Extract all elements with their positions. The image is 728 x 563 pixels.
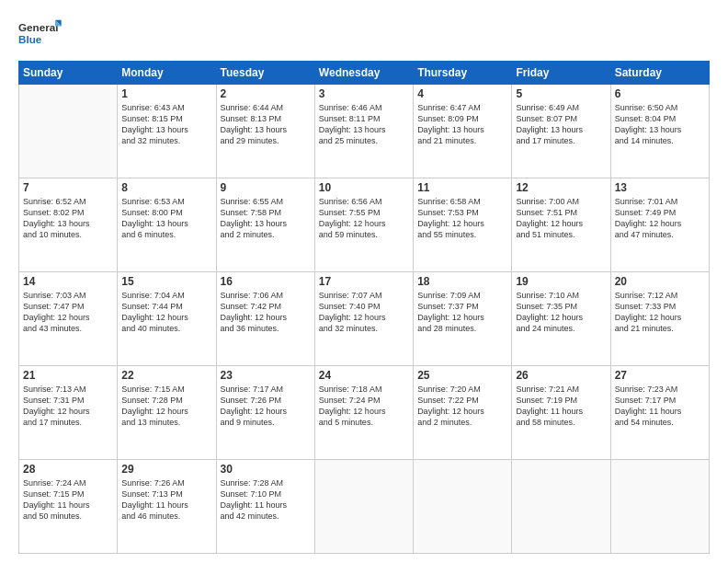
day-number: 29 (121, 463, 211, 476)
day-number: 11 (417, 181, 507, 194)
day-header-wednesday: Wednesday (314, 62, 413, 85)
day-info: Sunrise: 6:56 AM Sunset: 7:55 PM Dayligh… (319, 196, 409, 241)
week-row-2: 7Sunrise: 6:52 AM Sunset: 8:02 PM Daylig… (19, 178, 710, 272)
page-container: General Blue SundayMondayTuesdayWednesda… (0, 0, 728, 563)
day-number: 15 (121, 275, 211, 288)
calendar-cell: 12Sunrise: 7:00 AM Sunset: 7:51 PM Dayli… (512, 178, 610, 272)
day-number: 19 (516, 275, 606, 288)
calendar-table: SundayMondayTuesdayWednesdayThursdayFrid… (18, 61, 710, 554)
day-header-saturday: Saturday (610, 62, 709, 85)
calendar-cell: 27Sunrise: 7:23 AM Sunset: 7:17 PM Dayli… (610, 366, 709, 460)
day-info: Sunrise: 7:06 AM Sunset: 7:42 PM Dayligh… (221, 290, 311, 335)
day-number: 25 (417, 369, 507, 382)
calendar-cell: 2Sunrise: 6:44 AM Sunset: 8:13 PM Daylig… (216, 85, 314, 178)
day-info: Sunrise: 6:55 AM Sunset: 7:58 PM Dayligh… (221, 196, 311, 241)
day-header-monday: Monday (118, 62, 216, 85)
day-info: Sunrise: 7:00 AM Sunset: 7:51 PM Dayligh… (516, 196, 606, 241)
svg-text:General: General (18, 21, 58, 33)
calendar-cell (19, 85, 118, 178)
calendar-cell: 14Sunrise: 7:03 AM Sunset: 7:47 PM Dayli… (19, 272, 118, 366)
day-number: 3 (319, 87, 409, 100)
logo: General Blue (18, 15, 64, 52)
calendar-cell: 25Sunrise: 7:20 AM Sunset: 7:22 PM Dayli… (414, 366, 512, 460)
calendar-cell: 16Sunrise: 7:06 AM Sunset: 7:42 PM Dayli… (216, 272, 314, 366)
day-info: Sunrise: 7:15 AM Sunset: 7:28 PM Dayligh… (121, 384, 211, 429)
day-number: 26 (516, 369, 606, 382)
calendar-cell: 5Sunrise: 6:49 AM Sunset: 8:07 PM Daylig… (512, 85, 610, 178)
week-row-4: 21Sunrise: 7:13 AM Sunset: 7:31 PM Dayli… (19, 366, 710, 460)
day-info: Sunrise: 7:18 AM Sunset: 7:24 PM Dayligh… (319, 384, 409, 429)
day-info: Sunrise: 7:09 AM Sunset: 7:37 PM Dayligh… (417, 290, 507, 335)
day-info: Sunrise: 6:47 AM Sunset: 8:09 PM Dayligh… (417, 102, 507, 147)
day-info: Sunrise: 7:17 AM Sunset: 7:26 PM Dayligh… (221, 384, 311, 429)
day-number: 1 (121, 87, 211, 100)
svg-text:Blue: Blue (18, 33, 42, 45)
day-info: Sunrise: 6:52 AM Sunset: 8:02 PM Dayligh… (23, 196, 113, 241)
calendar-cell: 28Sunrise: 7:24 AM Sunset: 7:15 PM Dayli… (19, 460, 118, 554)
day-number: 7 (23, 181, 113, 194)
day-number: 13 (615, 181, 705, 194)
calendar-cell: 30Sunrise: 7:28 AM Sunset: 7:10 PM Dayli… (216, 460, 314, 554)
day-header-friday: Friday (512, 62, 610, 85)
day-info: Sunrise: 6:58 AM Sunset: 7:53 PM Dayligh… (417, 196, 507, 241)
day-info: Sunrise: 6:50 AM Sunset: 8:04 PM Dayligh… (615, 102, 705, 147)
day-info: Sunrise: 7:07 AM Sunset: 7:40 PM Dayligh… (319, 290, 409, 335)
calendar-cell: 26Sunrise: 7:21 AM Sunset: 7:19 PM Dayli… (512, 366, 610, 460)
calendar-cell (610, 460, 709, 554)
day-info: Sunrise: 7:13 AM Sunset: 7:31 PM Dayligh… (23, 384, 113, 429)
day-info: Sunrise: 7:24 AM Sunset: 7:15 PM Dayligh… (23, 477, 113, 523)
day-info: Sunrise: 7:10 AM Sunset: 7:35 PM Dayligh… (516, 290, 606, 335)
calendar-cell: 10Sunrise: 6:56 AM Sunset: 7:55 PM Dayli… (314, 178, 413, 272)
day-number: 22 (121, 369, 211, 382)
day-number: 30 (221, 463, 311, 476)
day-number: 5 (516, 87, 606, 100)
day-number: 23 (221, 369, 311, 382)
day-header-thursday: Thursday (414, 62, 512, 85)
calendar-cell (414, 460, 512, 554)
day-info: Sunrise: 7:21 AM Sunset: 7:19 PM Dayligh… (516, 384, 606, 429)
calendar-cell: 19Sunrise: 7:10 AM Sunset: 7:35 PM Dayli… (512, 272, 610, 366)
day-info: Sunrise: 7:01 AM Sunset: 7:49 PM Dayligh… (615, 196, 705, 241)
day-number: 16 (221, 275, 311, 288)
day-info: Sunrise: 6:44 AM Sunset: 8:13 PM Dayligh… (221, 102, 311, 147)
day-info: Sunrise: 7:04 AM Sunset: 7:44 PM Dayligh… (121, 290, 211, 335)
calendar-cell: 21Sunrise: 7:13 AM Sunset: 7:31 PM Dayli… (19, 366, 118, 460)
day-info: Sunrise: 6:46 AM Sunset: 8:11 PM Dayligh… (319, 102, 409, 147)
day-info: Sunrise: 7:26 AM Sunset: 7:13 PM Dayligh… (121, 477, 211, 523)
day-info: Sunrise: 7:03 AM Sunset: 7:47 PM Dayligh… (23, 290, 113, 335)
day-number: 17 (319, 275, 409, 288)
calendar-cell: 6Sunrise: 6:50 AM Sunset: 8:04 PM Daylig… (610, 85, 709, 178)
day-number: 4 (417, 87, 507, 100)
day-number: 8 (121, 181, 211, 194)
calendar-cell: 9Sunrise: 6:55 AM Sunset: 7:58 PM Daylig… (216, 178, 314, 272)
week-row-1: 1Sunrise: 6:43 AM Sunset: 8:15 PM Daylig… (19, 85, 710, 178)
calendar-cell: 4Sunrise: 6:47 AM Sunset: 8:09 PM Daylig… (414, 85, 512, 178)
logo-svg: General Blue (18, 15, 64, 52)
day-number: 10 (319, 181, 409, 194)
calendar-cell: 8Sunrise: 6:53 AM Sunset: 8:00 PM Daylig… (118, 178, 216, 272)
day-info: Sunrise: 7:23 AM Sunset: 7:17 PM Dayligh… (615, 384, 705, 429)
calendar-cell: 17Sunrise: 7:07 AM Sunset: 7:40 PM Dayli… (314, 272, 413, 366)
calendar-cell: 13Sunrise: 7:01 AM Sunset: 7:49 PM Dayli… (610, 178, 709, 272)
calendar-cell: 3Sunrise: 6:46 AM Sunset: 8:11 PM Daylig… (314, 85, 413, 178)
calendar-cell (314, 460, 413, 554)
calendar-cell (512, 460, 610, 554)
day-number: 9 (221, 181, 311, 194)
day-number: 21 (23, 369, 113, 382)
day-number: 12 (516, 181, 606, 194)
day-headers-row: SundayMondayTuesdayWednesdayThursdayFrid… (19, 62, 710, 85)
calendar-cell: 22Sunrise: 7:15 AM Sunset: 7:28 PM Dayli… (118, 366, 216, 460)
day-number: 18 (417, 275, 507, 288)
day-number: 14 (23, 275, 113, 288)
calendar-cell: 15Sunrise: 7:04 AM Sunset: 7:44 PM Dayli… (118, 272, 216, 366)
day-info: Sunrise: 6:43 AM Sunset: 8:15 PM Dayligh… (121, 102, 211, 147)
day-info: Sunrise: 7:20 AM Sunset: 7:22 PM Dayligh… (417, 384, 507, 429)
day-number: 20 (615, 275, 705, 288)
day-header-sunday: Sunday (19, 62, 118, 85)
calendar-cell: 11Sunrise: 6:58 AM Sunset: 7:53 PM Dayli… (414, 178, 512, 272)
calendar-cell: 20Sunrise: 7:12 AM Sunset: 7:33 PM Dayli… (610, 272, 709, 366)
calendar-cell: 24Sunrise: 7:18 AM Sunset: 7:24 PM Dayli… (314, 366, 413, 460)
day-info: Sunrise: 6:53 AM Sunset: 8:00 PM Dayligh… (121, 196, 211, 241)
calendar-cell: 7Sunrise: 6:52 AM Sunset: 8:02 PM Daylig… (19, 178, 118, 272)
day-number: 6 (615, 87, 705, 100)
